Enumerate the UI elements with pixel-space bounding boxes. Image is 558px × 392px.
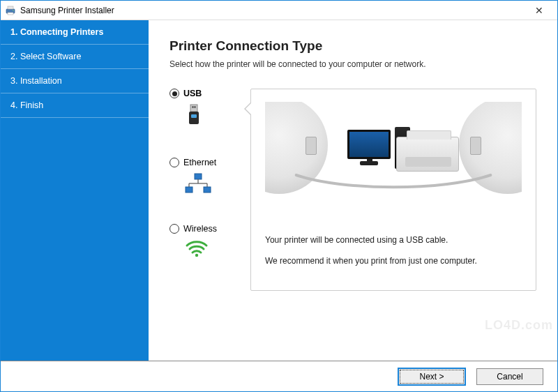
- close-button[interactable]: ✕: [525, 1, 553, 20]
- sidebar: 1. Connecting Printers 2. Select Softwar…: [1, 20, 149, 361]
- option-label: USB: [183, 89, 202, 98]
- usb-cable-graphic: [293, 172, 494, 193]
- svg-rect-4: [190, 105, 197, 112]
- sidebar-step-label: 1. Connecting Printers: [10, 27, 103, 37]
- svg-point-16: [195, 254, 198, 257]
- printer-graphic: [396, 137, 459, 172]
- cancel-button[interactable]: Cancel: [476, 368, 543, 385]
- preview-line-2: We recommend it when you print from just…: [265, 254, 522, 268]
- monitor-graphic: [347, 130, 391, 159]
- radio-ethernet[interactable]: Ethernet: [169, 158, 216, 167]
- svg-rect-9: [195, 174, 202, 179]
- close-icon: ✕: [535, 5, 543, 16]
- option-ethernet[interactable]: Ethernet: [169, 158, 246, 196]
- radio-icon: [169, 89, 179, 98]
- sidebar-step-label: 4. Finish: [10, 100, 43, 110]
- sidebar-step-installation[interactable]: 3. Installation: [1, 69, 149, 93]
- next-button-label: Next >: [419, 372, 444, 382]
- svg-rect-1: [8, 6, 13, 9]
- bottom-bar: Next > Cancel: [1, 361, 557, 391]
- preview-line-1: Your printer will be connected using a U…: [265, 233, 522, 247]
- svg-rect-15: [204, 187, 211, 193]
- next-button[interactable]: Next >: [398, 368, 465, 385]
- page-subtitle: Select how the printer will be connected…: [169, 59, 536, 69]
- svg-rect-2: [8, 13, 13, 15]
- ethernet-icon: [185, 173, 211, 196]
- svg-rect-14: [186, 187, 193, 193]
- radio-icon: [169, 158, 179, 167]
- titlebar: Samsung Printer Installer ✕: [1, 1, 557, 20]
- page-heading: Printer Connection Type: [169, 38, 536, 54]
- sidebar-step-label: 3. Installation: [10, 76, 62, 86]
- connection-preview: Your printer will be connected using a U…: [250, 89, 536, 291]
- connection-illustration: [265, 102, 522, 213]
- monitor-stand-graphic: [367, 159, 372, 165]
- main-panel: Printer Connection Type Select how the p…: [149, 20, 557, 361]
- printer-app-icon: [5, 5, 16, 16]
- sidebar-step-finish[interactable]: 4. Finish: [1, 93, 149, 118]
- installer-window: Samsung Printer Installer ✕ 1. Connectin…: [0, 0, 558, 392]
- watermark: LO4D.com: [485, 318, 553, 333]
- sidebar-step-label: 2. Select Software: [10, 52, 81, 61]
- svg-rect-5: [193, 106, 194, 108]
- option-label: Ethernet: [183, 158, 216, 167]
- option-wireless[interactable]: Wireless: [169, 224, 246, 259]
- preview-description: Your printer will be connected using a U…: [265, 233, 522, 269]
- option-label: Wireless: [183, 224, 217, 234]
- svg-rect-6: [195, 106, 196, 108]
- svg-point-3: [13, 10, 14, 11]
- option-usb[interactable]: USB: [169, 89, 246, 130]
- sidebar-step-connecting[interactable]: 1. Connecting Printers: [1, 20, 149, 45]
- radio-icon: [169, 224, 179, 234]
- cancel-button-label: Cancel: [497, 372, 522, 382]
- connection-options: USB: [169, 89, 246, 291]
- wifi-icon: [185, 239, 209, 259]
- svg-rect-8: [191, 114, 197, 118]
- radio-wireless[interactable]: Wireless: [169, 224, 217, 234]
- usb-icon: [185, 104, 203, 130]
- window-title: Samsung Printer Installer: [20, 6, 114, 15]
- sidebar-step-software[interactable]: 2. Select Software: [1, 45, 149, 69]
- radio-usb[interactable]: USB: [169, 89, 202, 98]
